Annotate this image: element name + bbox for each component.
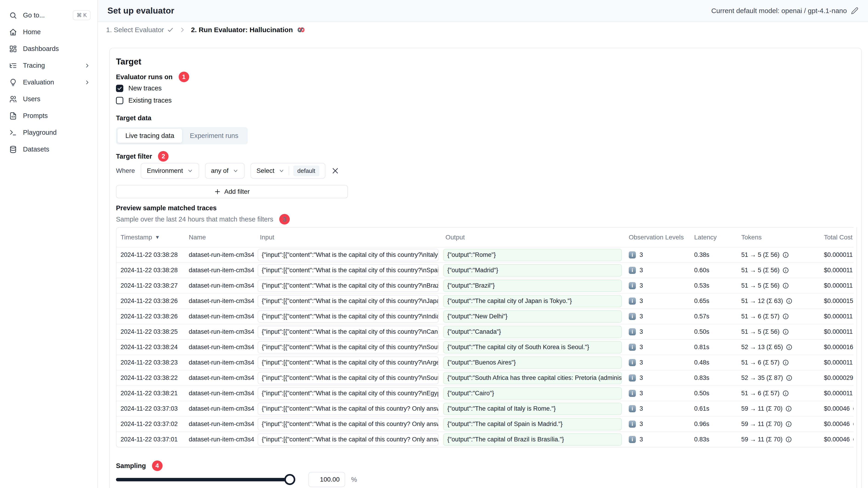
- input-preview[interactable]: {"input":[{"content":"What is the capita…: [258, 387, 439, 400]
- table-row[interactable]: 2024-11-22 03:38:22dataset-run-item-cm3s…: [117, 370, 854, 385]
- table-row[interactable]: 2024-11-22 03:38:26dataset-run-item-cm3s…: [117, 308, 854, 324]
- input-preview[interactable]: {"input":[{"content":"What is the capita…: [258, 418, 439, 430]
- output-preview[interactable]: {"output":"The capital city of Japan is …: [443, 295, 622, 307]
- output-preview[interactable]: {"output":"Cairo"}: [443, 387, 622, 400]
- table-row[interactable]: 2024-11-22 03:38:21dataset-run-item-cm3s…: [117, 385, 854, 401]
- breadcrumb-step-select-evaluator[interactable]: 1. Select Evaluator: [106, 26, 174, 34]
- sampling-value-input[interactable]: 100.00: [308, 472, 345, 487]
- input-preview[interactable]: {"input":[{"content":"What is the capita…: [258, 326, 439, 338]
- filter-operator-select[interactable]: any of: [205, 163, 245, 178]
- output-preview[interactable]: {"output":"Rome"}: [443, 249, 622, 261]
- output-preview[interactable]: {"output":"Buenos Aires"}: [443, 356, 622, 369]
- cell-name: dataset-run-item-cm3s4: [185, 313, 256, 320]
- info-level-icon: i: [629, 313, 636, 320]
- info-icon[interactable]: [782, 328, 789, 335]
- table-row[interactable]: 2024-11-22 03:38:28dataset-run-item-cm3s…: [117, 247, 854, 262]
- remove-filter-icon[interactable]: [331, 167, 339, 175]
- input-preview[interactable]: {"input":[{"content":"What is the capita…: [258, 372, 439, 384]
- sidebar-item-home[interactable]: Home: [0, 24, 97, 40]
- output-preview[interactable]: {"output":"Brazil"}: [443, 280, 622, 292]
- info-icon[interactable]: [786, 298, 793, 304]
- input-preview[interactable]: {"input":[{"content":"What is the capita…: [258, 310, 439, 323]
- table-row[interactable]: 2024-11-22 03:38:25dataset-run-item-cm3s…: [117, 324, 854, 339]
- sidebar-item-prompts[interactable]: Prompts: [0, 107, 97, 124]
- tab-live-tracing-data[interactable]: Live tracing data: [118, 129, 182, 143]
- output-preview[interactable]: {"output":"New Delhi"}: [443, 310, 622, 323]
- info-icon[interactable]: [782, 282, 789, 289]
- cell-tokens: 51 → 5 (Σ 56): [737, 267, 820, 274]
- add-filter-button[interactable]: Add filter: [116, 185, 348, 198]
- output-preview[interactable]: {"output":"The capital of Brazil is Bras…: [443, 433, 622, 446]
- sidebar-item-tracing[interactable]: Tracing: [0, 57, 97, 74]
- default-model-setting[interactable]: Current default model: openai / gpt-4.1-…: [711, 7, 858, 15]
- table-row[interactable]: 2024-11-22 03:37:02dataset-run-item-cm3s…: [117, 416, 854, 431]
- output-preview[interactable]: {"output":"The capital city of South Kor…: [443, 341, 622, 354]
- input-preview[interactable]: {"input":[{"content":"What is the capita…: [258, 249, 439, 261]
- tab-experiment-runs[interactable]: Experiment runs: [182, 129, 246, 143]
- info-icon[interactable]: [785, 421, 792, 427]
- output-preview[interactable]: {"output":"South Africa has three capita…: [443, 372, 622, 384]
- column-header-input[interactable]: Input: [256, 234, 441, 241]
- output-preview[interactable]: {"output":"The capital of Italy is Rome.…: [443, 402, 622, 415]
- input-preview[interactable]: {"input":[{"content":"What is the capita…: [258, 264, 439, 276]
- sidebar-item-playground[interactable]: Playground: [0, 124, 97, 141]
- column-header-total-cost[interactable]: Total Cost: [820, 234, 854, 241]
- column-header-latency[interactable]: Latency: [690, 234, 737, 241]
- input-preview[interactable]: {"input":[{"content":"What is the capita…: [258, 280, 439, 292]
- filter-column-select[interactable]: Environment: [141, 163, 199, 178]
- info-icon[interactable]: [785, 436, 792, 443]
- sampling-slider[interactable]: [116, 472, 290, 487]
- chevron-down-icon: [279, 168, 284, 174]
- info-icon[interactable]: [786, 375, 793, 381]
- table-row[interactable]: 2024-11-22 03:37:03dataset-run-item-cm3s…: [117, 401, 854, 416]
- table-row[interactable]: 2024-11-22 03:38:24dataset-run-item-cm3s…: [117, 339, 854, 355]
- slider-handle[interactable]: [284, 474, 295, 485]
- input-preview[interactable]: {"input":[{"content":"What is the capita…: [258, 295, 439, 307]
- checkbox-existing-traces[interactable]: Existing traces: [116, 97, 172, 104]
- column-header-timestamp[interactable]: Timestamp▼: [117, 234, 185, 241]
- table-scrollbar[interactable]: [857, 227, 857, 488]
- info-icon[interactable]: [782, 252, 789, 258]
- info-icon[interactable]: [852, 436, 854, 443]
- column-header-tokens[interactable]: Tokens: [737, 234, 820, 241]
- input-preview[interactable]: {"input":[{"content":"What is the capita…: [258, 356, 439, 369]
- input-preview[interactable]: {"input":[{"content":"What is the capita…: [258, 402, 439, 415]
- sidebar-item-dashboards[interactable]: Dashboards: [0, 40, 97, 57]
- sidebar-item-go-to[interactable]: Go to...⌘ K: [0, 7, 97, 24]
- table-row[interactable]: 2024-11-22 03:38:28dataset-run-item-cm3s…: [117, 262, 854, 278]
- info-icon[interactable]: [782, 267, 789, 273]
- info-icon[interactable]: [782, 390, 789, 397]
- edit-pencil-icon[interactable]: [851, 7, 858, 14]
- output-preview[interactable]: {"output":"The capital of Spain is Madri…: [443, 418, 622, 430]
- sidebar-item-evaluation[interactable]: Evaluation: [0, 74, 97, 91]
- output-preview[interactable]: {"output":"Canada"}: [443, 326, 622, 338]
- cell-latency: 0.61s: [690, 405, 737, 412]
- info-icon[interactable]: [786, 344, 793, 351]
- info-icon[interactable]: [852, 405, 854, 412]
- sidebar-item-users[interactable]: Users: [0, 91, 97, 107]
- sidebar-item-datasets[interactable]: Datasets: [0, 141, 97, 158]
- checkbox-box[interactable]: [116, 97, 123, 104]
- slider-track[interactable]: [116, 478, 290, 481]
- table-row[interactable]: 2024-11-22 03:38:23dataset-run-item-cm3s…: [117, 355, 854, 370]
- filter-value-select[interactable]: Select default: [250, 163, 326, 178]
- input-preview[interactable]: {"input":[{"content":"What is the capita…: [258, 433, 439, 446]
- table-row[interactable]: 2024-11-22 03:38:26dataset-run-item-cm3s…: [117, 293, 854, 308]
- info-icon[interactable]: [782, 359, 789, 366]
- tracing-icon: [9, 62, 17, 70]
- info-icon[interactable]: [782, 313, 789, 320]
- checkbox-new-traces[interactable]: New traces: [116, 85, 172, 92]
- info-icon[interactable]: [852, 421, 854, 427]
- table-row[interactable]: 2024-11-22 03:38:27dataset-run-item-cm3s…: [117, 278, 854, 293]
- table-row[interactable]: 2024-11-22 03:37:01dataset-run-item-cm3s…: [117, 431, 854, 447]
- output-preview[interactable]: {"output":"Madrid"}: [443, 264, 622, 276]
- column-header-output[interactable]: Output: [441, 234, 625, 241]
- column-header-name[interactable]: Name: [185, 234, 256, 241]
- input-preview[interactable]: {"input":[{"content":"What is the capita…: [258, 341, 439, 354]
- column-header-observation-levels[interactable]: Observation Levels: [625, 234, 690, 241]
- info-icon[interactable]: [785, 405, 792, 412]
- checkbox-box[interactable]: [116, 85, 123, 92]
- sort-desc-icon: ▼: [155, 234, 160, 240]
- cell-timestamp: 2024-11-22 03:37:02: [117, 421, 185, 428]
- sidebar-item-label: Evaluation: [23, 78, 78, 86]
